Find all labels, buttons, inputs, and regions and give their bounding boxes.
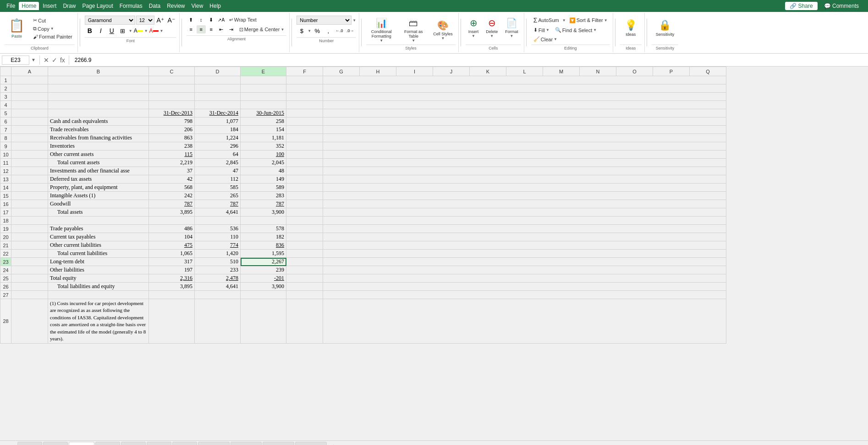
- align-right-button[interactable]: ≡: [207, 25, 216, 33]
- cell-g24[interactable]: [323, 266, 726, 274]
- cell-d20[interactable]: 110: [195, 233, 241, 241]
- font-size-select[interactable]: 12: [136, 16, 154, 25]
- cell-b19[interactable]: Trade payables: [48, 225, 149, 233]
- cell-f9[interactable]: [286, 142, 323, 150]
- cell-c8[interactable]: 863: [149, 134, 195, 142]
- cell-e2[interactable]: [241, 84, 286, 93]
- cell-f20[interactable]: [286, 233, 323, 241]
- cell-f16[interactable]: [286, 200, 323, 208]
- col-header-p[interactable]: P: [653, 67, 690, 76]
- conditional-formatting-button[interactable]: 📊 Conditional Formatting ▼: [366, 16, 396, 44]
- cell-c18[interactable]: [149, 217, 195, 225]
- comma-button[interactable]: ,: [323, 26, 333, 35]
- cell-e11[interactable]: 2,045: [241, 159, 286, 167]
- cell-a19[interactable]: [11, 225, 48, 233]
- col-header-h[interactable]: H: [360, 67, 396, 76]
- cell-a20[interactable]: [11, 233, 48, 241]
- paste-button[interactable]: 📋 Paste: [5, 15, 29, 41]
- sheet-tab-exh6[interactable]: Exh 6: [121, 442, 146, 445]
- cell-e23[interactable]: 2,267: [241, 258, 286, 266]
- cell-f12[interactable]: [286, 167, 323, 175]
- insert-button[interactable]: ⊕ Insert ▼: [466, 16, 482, 40]
- cell-d15[interactable]: 265: [195, 192, 241, 200]
- cell-b3[interactable]: [48, 93, 149, 101]
- add-sheet-button[interactable]: +: [328, 442, 339, 445]
- cell-g27[interactable]: [323, 291, 726, 299]
- cell-b9[interactable]: Inventories: [48, 142, 149, 150]
- cell-b16[interactable]: Goodwill: [48, 200, 149, 208]
- cell-c15[interactable]: 242: [149, 192, 195, 200]
- find-select-button[interactable]: 🔍 Find & Select ▼: [553, 26, 599, 34]
- cell-e24[interactable]: 239: [241, 266, 286, 274]
- cell-f13[interactable]: [286, 175, 323, 184]
- currency-dropdown[interactable]: ▼: [308, 29, 311, 33]
- cell-e4[interactable]: [241, 101, 286, 109]
- italic-button[interactable]: I: [96, 26, 106, 35]
- cell-e27[interactable]: [241, 291, 286, 299]
- cell-g25[interactable]: [323, 274, 726, 283]
- cell-b14[interactable]: Property, plant, and equipment: [48, 184, 149, 192]
- cell-g1[interactable]: [323, 76, 726, 84]
- cell-e6[interactable]: 258: [241, 117, 286, 126]
- cell-e21[interactable]: 836: [241, 241, 286, 250]
- cell-b21[interactable]: Other current liabilities: [48, 241, 149, 250]
- menu-view[interactable]: View: [189, 2, 206, 10]
- menu-data[interactable]: Data: [146, 2, 163, 10]
- row-28-header[interactable]: 28: [0, 299, 11, 344]
- cell-f6[interactable]: [286, 117, 323, 126]
- wrap-text-button[interactable]: ↵ Wrap Text: [227, 16, 259, 24]
- cell-e10[interactable]: 100: [241, 150, 286, 159]
- col-header-g[interactable]: G: [323, 67, 360, 76]
- cell-e28[interactable]: [241, 299, 286, 344]
- row-13-header[interactable]: 13: [0, 175, 11, 184]
- cell-c9[interactable]: 238: [149, 142, 195, 150]
- share-button[interactable]: 🔗 Share: [785, 2, 817, 10]
- menu-formulas[interactable]: Formulas: [117, 2, 145, 10]
- col-header-o[interactable]: O: [616, 67, 653, 76]
- sheet-tab-exhtn3[interactable]: Exh TN3: [263, 442, 294, 445]
- cell-e13[interactable]: 149: [241, 175, 286, 184]
- format-painter-button[interactable]: 🖌 Format Painter: [31, 33, 75, 40]
- cell-g19[interactable]: [323, 225, 726, 233]
- sort-filter-button[interactable]: 🔽 Sort & Filter ▼: [567, 17, 610, 24]
- cell-a13[interactable]: [11, 175, 48, 184]
- cell-d8[interactable]: 1,224: [195, 134, 241, 142]
- cell-d18[interactable]: [195, 217, 241, 225]
- col-header-a[interactable]: A: [11, 67, 48, 76]
- cell-a8[interactable]: [11, 134, 48, 142]
- cell-f17[interactable]: [286, 208, 323, 217]
- cell-g4[interactable]: [323, 101, 726, 109]
- row-10-header[interactable]: 10: [0, 150, 11, 159]
- cell-a4[interactable]: [11, 101, 48, 109]
- cell-a23[interactable]: [11, 258, 48, 266]
- cell-f7[interactable]: [286, 126, 323, 134]
- cell-c25[interactable]: 2,316: [149, 274, 195, 283]
- cell-b8[interactable]: Receivables from financing activities: [48, 134, 149, 142]
- sheet-tab-exh4[interactable]: Exh 4: [69, 442, 94, 445]
- cell-d17[interactable]: 4,641: [195, 208, 241, 217]
- merge-center-button[interactable]: ⊡ Merge & Center ▼: [237, 26, 287, 33]
- cell-a1[interactable]: [11, 76, 48, 84]
- row-16-header[interactable]: 16: [0, 200, 11, 208]
- align-top-button[interactable]: ⬆: [187, 16, 196, 24]
- cell-e7[interactable]: 154: [241, 126, 286, 134]
- cell-f28[interactable]: [286, 299, 323, 344]
- cell-c10[interactable]: 115: [149, 150, 195, 159]
- sheet-tab-exh3[interactable]: Exh 3: [43, 442, 68, 445]
- cell-f24[interactable]: [286, 266, 323, 274]
- cell-b18[interactable]: [48, 217, 149, 225]
- cell-g13[interactable]: [323, 175, 726, 184]
- cell-d9[interactable]: 296: [195, 142, 241, 150]
- cell-styles-button[interactable]: 🎨 Cell Styles ▼: [430, 16, 456, 44]
- font-color-dropdown[interactable]: ▼: [160, 29, 164, 33]
- cell-a7[interactable]: [11, 126, 48, 134]
- row-1-header[interactable]: 1: [0, 76, 11, 84]
- cell-e1[interactable]: [241, 76, 286, 84]
- cell-d28[interactable]: [195, 299, 241, 344]
- cell-a17[interactable]: [11, 208, 48, 217]
- cell-d22[interactable]: 1,420: [195, 250, 241, 258]
- col-header-e[interactable]: E: [241, 67, 286, 76]
- cell-f3[interactable]: [286, 93, 323, 101]
- col-header-j[interactable]: J: [433, 67, 470, 76]
- cell-d13[interactable]: 112: [195, 175, 241, 184]
